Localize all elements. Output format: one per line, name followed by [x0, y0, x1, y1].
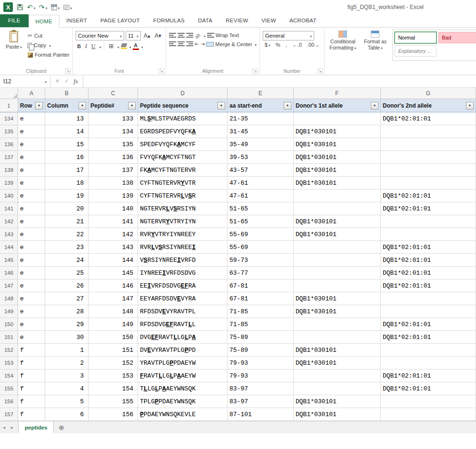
cell-aa-start-end[interactable]: 35-49 [228, 138, 294, 151]
cell-peptide-number[interactable]: 141 [89, 215, 138, 228]
borders-button[interactable]: ⊞ [107, 42, 115, 50]
row-header[interactable]: 151 [0, 331, 18, 344]
font-name-combobox[interactable]: Courier New [76, 31, 124, 40]
cell-aa-start-end[interactable]: 71-85 [228, 305, 294, 318]
column-header-c[interactable]: C [89, 88, 138, 99]
decrease-decimal-button[interactable]: .00→ [305, 42, 321, 48]
cell-peptide-number[interactable]: 134 [89, 125, 138, 138]
cell-peptide-number[interactable]: 133 [89, 112, 138, 125]
cell-row[interactable]: f [18, 408, 45, 421]
cell-donor-2nd-allele[interactable] [381, 344, 476, 357]
cell-donor-1st-allele[interactable] [294, 112, 381, 125]
redo-button[interactable]: ↷ [38, 2, 49, 12]
cell-donor-2nd-allele[interactable] [381, 395, 476, 408]
cell-donor-2nd-allele[interactable] [381, 292, 476, 305]
cell-peptide-sequence[interactable]: YRAVTPLGPPDAEYW [138, 357, 228, 369]
accounting-format-button[interactable]: $ [263, 42, 272, 48]
cell-peptide-number[interactable]: 145 [89, 267, 138, 279]
cell-donor-2nd-allele[interactable] [381, 305, 476, 318]
grow-font-button[interactable]: A▴ [142, 31, 152, 40]
cell-column[interactable]: 19 [45, 190, 89, 202]
format-painter-button[interactable]: Format Painter [28, 50, 69, 59]
cell-donor-1st-allele[interactable] [294, 331, 381, 344]
italic-button[interactable]: I [84, 42, 89, 50]
qat-custom-button-1[interactable] [50, 2, 61, 12]
cell-peptide-number[interactable]: 138 [89, 177, 138, 190]
cell-row[interactable]: f [18, 357, 45, 369]
row-header[interactable]: 147 [0, 279, 18, 292]
cell-peptide-number[interactable]: 144 [89, 254, 138, 267]
cell-peptide-sequence[interactable]: RFDSDVGEFRAVTLL [138, 318, 228, 331]
cell-aa-start-end[interactable]: 87-101 [228, 408, 294, 421]
row-header[interactable]: 134 [0, 112, 18, 125]
cell-peptide-number[interactable]: 148 [89, 305, 138, 318]
cell-peptide-number[interactable]: 137 [89, 164, 138, 177]
ribbon-tab-page-layout[interactable]: PAGE LAYOUT [94, 14, 147, 27]
cell-donor-1st-allele[interactable]: DQB1*030101 [294, 408, 381, 421]
align-bottom-icon[interactable] [186, 33, 193, 38]
cell-donor-2nd-allele[interactable]: DQB1*02:01:01 [381, 254, 476, 267]
column-header-d[interactable]: D [138, 88, 228, 99]
filter-dropdown-icon[interactable]: ▼ [218, 102, 225, 110]
cell-peptide-number[interactable]: 147 [89, 292, 138, 305]
cell-aa-start-end[interactable]: 21-35 [228, 112, 294, 125]
cell-row[interactable]: e [18, 254, 45, 267]
cell-peptide-sequence[interactable]: SPEDFVYQFKAMCYF [138, 138, 228, 151]
enter-button[interactable]: ✓ [64, 78, 69, 84]
cell-column[interactable]: 15 [45, 138, 89, 151]
cell-donor-2nd-allele[interactable]: DQB1*02:01:01 [381, 369, 476, 382]
cell-donor-2nd-allele[interactable]: DQB1*02:01:01 [381, 279, 476, 292]
header-cell-aa-start-end[interactable]: aa start-end▼ [228, 99, 294, 112]
cell-column[interactable]: 23 [45, 241, 89, 254]
cell-row[interactable]: f [18, 395, 45, 408]
row-header[interactable]: 143 [0, 228, 18, 241]
cell-peptide-sequence[interactable]: EEYARFDSDVEVYRA [138, 292, 228, 305]
cell-donor-2nd-allele[interactable] [381, 357, 476, 369]
row-header[interactable]: 149 [0, 305, 18, 318]
cell-row[interactable]: e [18, 112, 45, 125]
cell-donor-2nd-allele[interactable]: DQB1*02:01:01 [381, 202, 476, 215]
cell-row[interactable]: e [18, 125, 45, 138]
orientation-button[interactable]: ab [194, 31, 202, 39]
row-header[interactable]: 144 [0, 241, 18, 254]
cell-donor-1st-allele[interactable]: DQB1*030101 [294, 357, 381, 369]
filter-dropdown-icon[interactable]: ▼ [284, 102, 291, 110]
cell-donor-1st-allele[interactable]: DQB1*030101 [294, 138, 381, 151]
cell-donor-1st-allele[interactable]: DQB1*030101 [294, 164, 381, 177]
cell-column[interactable]: 28 [45, 305, 89, 318]
row-header[interactable]: 139 [0, 177, 18, 190]
comma-style-button[interactable]: , [284, 42, 289, 48]
font-size-combobox[interactable]: 11 [126, 31, 141, 40]
cell-column[interactable]: 25 [45, 267, 89, 279]
cell-donor-1st-allele[interactable]: DQB1*030101 [294, 292, 381, 305]
cell-donor-1st-allele[interactable] [294, 369, 381, 382]
qat-custom-button-2[interactable] [62, 2, 73, 12]
header-cell-donor-s-2nd-allele[interactable]: Donor's 2nd allele▼ [381, 99, 476, 112]
row-header[interactable]: 155 [0, 382, 18, 395]
cell-aa-start-end[interactable]: 47-61 [228, 190, 294, 202]
cell-donor-1st-allele[interactable] [294, 254, 381, 267]
cell-peptide-sequence[interactable]: TLLGLPAAEYWNSQK [138, 382, 228, 395]
cell-peptide-sequence[interactable]: RVRYVTRYIYNREEY [138, 228, 228, 241]
cancel-button[interactable]: ✕ [55, 78, 60, 84]
cell-peptide-sequence[interactable]: DVGEFRAVTLLGLPA [138, 331, 228, 344]
sheet-nav-left-button[interactable]: ◂ [0, 421, 8, 433]
bold-button[interactable]: B [76, 42, 82, 50]
cell-peptide-sequence[interactable]: CYFTNGTERVRLVSR [138, 190, 228, 202]
cell-peptide-sequence[interactable]: NGTERVRLVSRSIYN [138, 202, 228, 215]
cell-peptide-number[interactable]: 142 [89, 228, 138, 241]
cell-column[interactable]: 1 [45, 344, 89, 357]
cell-aa-start-end[interactable]: 79-93 [228, 357, 294, 369]
cell-style-normal[interactable]: Normal [395, 32, 436, 43]
cell-peptide-number[interactable]: 146 [89, 279, 138, 292]
cell-column[interactable]: 26 [45, 279, 89, 292]
cell-peptide-sequence[interactable]: CYFTNGTERVRYVTR [138, 177, 228, 190]
row-header[interactable]: 1 [0, 99, 18, 112]
cell-row[interactable]: e [18, 267, 45, 279]
cell-aa-start-end[interactable]: 71-85 [228, 318, 294, 331]
cell-peptide-number[interactable]: 143 [89, 241, 138, 254]
cell-donor-1st-allele[interactable]: DQB1*030101 [294, 125, 381, 138]
cell-row[interactable]: f [18, 369, 45, 382]
cell-peptide-number[interactable]: 150 [89, 331, 138, 344]
cell-row[interactable]: f [18, 344, 45, 357]
